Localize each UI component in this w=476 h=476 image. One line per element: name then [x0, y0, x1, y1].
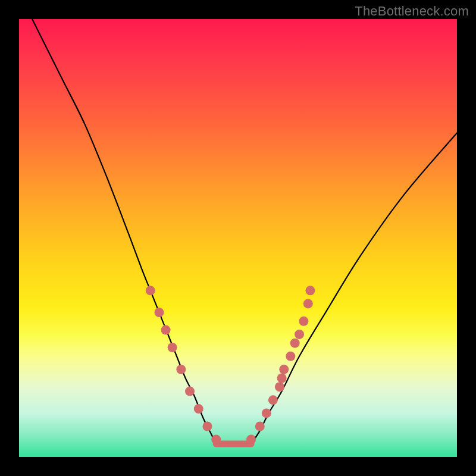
markers-left — [146, 286, 221, 444]
data-marker — [246, 435, 256, 444]
data-marker — [202, 421, 212, 431]
data-marker — [146, 286, 155, 295]
left-curve — [32, 19, 216, 444]
right-curve — [251, 133, 457, 444]
data-marker — [305, 286, 315, 295]
data-marker — [279, 365, 289, 374]
chart-svg — [19, 19, 457, 457]
data-marker — [194, 404, 203, 414]
data-marker — [275, 382, 284, 392]
chart-frame: TheBottleneck.com — [0, 0, 476, 476]
data-marker — [268, 395, 278, 405]
data-marker — [277, 374, 287, 383]
plot-area — [19, 19, 457, 457]
markers-right — [246, 286, 315, 444]
data-marker — [303, 299, 313, 308]
data-marker — [168, 343, 177, 352]
data-marker — [295, 330, 304, 339]
data-marker — [299, 317, 308, 326]
data-marker — [286, 352, 295, 361]
data-marker — [211, 435, 221, 444]
data-marker — [185, 387, 195, 396]
data-marker — [155, 308, 164, 317]
watermark-text: TheBottleneck.com — [355, 4, 469, 19]
data-marker — [262, 408, 271, 418]
data-marker — [290, 339, 300, 348]
data-marker — [255, 421, 265, 431]
data-marker — [176, 365, 186, 374]
data-marker — [161, 325, 171, 335]
